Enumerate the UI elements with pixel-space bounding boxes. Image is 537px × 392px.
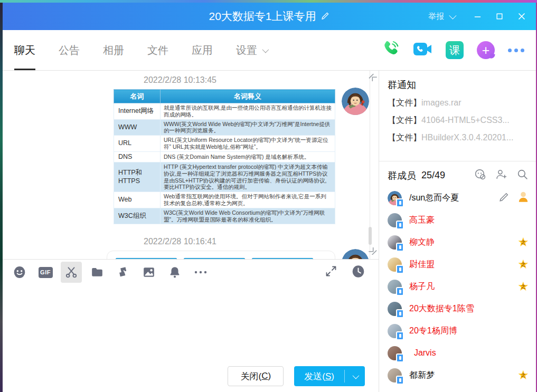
member-trailing-icons: [498, 190, 530, 205]
send-image-icon[interactable]: [138, 262, 159, 283]
member-avatar: [388, 235, 402, 250]
member-row[interactable]: 尉佳盟★之: [388, 253, 536, 275]
member-name: 柳文静: [409, 237, 435, 248]
tab-4[interactable]: 文件: [147, 30, 168, 70]
close-chat-button[interactable]: 关闭(C): [228, 366, 284, 386]
star-char: 之: [517, 373, 530, 378]
video-call-icon[interactable]: [413, 41, 432, 60]
send-options-chevron-icon[interactable]: [345, 374, 365, 379]
message-history-icon[interactable]: [352, 265, 365, 280]
mute-member-icon[interactable]: [474, 168, 486, 183]
maximize-button[interactable]: [488, 6, 511, 27]
more-tools-icon[interactable]: [190, 262, 211, 283]
member-name: Jarvis: [409, 348, 436, 358]
add-bubble-icon[interactable]: +: [477, 41, 495, 59]
definition-cell: HTTP (英文Hypertext transfer protocol的缩写) …: [161, 162, 335, 192]
active-star-badge-icon: ★之: [517, 368, 530, 382]
table-header-def: 名词释义: [161, 90, 335, 103]
table-row: HTTP和HTTPSHTTP (英文Hypertext transfer pro…: [114, 162, 335, 192]
message-row-table: 名词 名词释义 Internet网络就是通常所说的互联网,是由一些使用公用语言互…: [3, 88, 379, 224]
edit-nickname-icon[interactable]: [498, 191, 510, 205]
send-button[interactable]: 发送(S): [294, 366, 365, 386]
gif-icon[interactable]: GIF: [35, 262, 56, 283]
close-button[interactable]: [511, 6, 533, 27]
sender-avatar[interactable]: [342, 249, 369, 260]
screenshot-scissors-icon[interactable]: [61, 262, 82, 283]
member-avatar: [388, 191, 402, 205]
more-actions-icon[interactable]: [508, 49, 524, 52]
definition-cell: WWW(英文World Wide Web的缩写)中文译为“万维网”是Intert…: [161, 119, 335, 136]
member-avatar: [388, 346, 402, 360]
tab-label: 相册: [103, 43, 124, 58]
tab-3[interactable]: 相册: [103, 30, 124, 70]
notice-file-name: HBuilderX.3.0.4.20201...: [421, 133, 513, 142]
member-trailing-icons: ★之: [517, 257, 530, 271]
voice-call-icon[interactable]: [381, 40, 400, 61]
standard-button[interactable]: 表现标准: [184, 258, 245, 260]
report-chevron-icon[interactable]: [449, 12, 456, 20]
member-row[interactable]: 20专1杨周博: [388, 320, 536, 342]
chat-scrollbar-thumb[interactable]: [369, 227, 372, 245]
qq-group-chat-window: 20大数据专1上课专用 举报 聊天公告相册文件应: [3, 3, 536, 392]
definition-cell: Web通常指互联网的使用环境。但对于网站制作者来说,它是一系列技术的复合总称,通…: [161, 192, 335, 208]
mobile-online-badge-icon: [396, 331, 404, 340]
notice-tag: 【文件】: [388, 98, 421, 107]
member-name: 杨子凡: [409, 281, 435, 292]
group-members-section: 群成员 25/49: [379, 161, 536, 392]
report-button[interactable]: 举报: [428, 12, 444, 22]
docs-icon[interactable]: [112, 262, 134, 283]
titlebar[interactable]: 20大数据专1上课专用 举报: [3, 3, 536, 30]
notification-bell-icon[interactable]: [164, 262, 185, 283]
minimize-button[interactable]: [466, 6, 488, 27]
term-cell: DNS: [114, 151, 161, 162]
standard-button[interactable]: 结构标准: [116, 258, 177, 260]
search-member-icon[interactable]: [516, 168, 529, 183]
member-name: 20专1杨周博: [409, 326, 457, 337]
member-name: /sun忽而今夏: [409, 193, 459, 204]
table-row: WWWWWW(英文World Wide Web的缩写)中文译为“万维网”是Int…: [114, 119, 335, 136]
message-image-standards[interactable]: 结构标准表现标准行为标准: [107, 251, 335, 260]
tab-label: 设置: [236, 43, 257, 58]
notice-item[interactable]: 【文件】HBuilderX.3.0.4.20201...: [388, 132, 530, 144]
message-list[interactable]: 2022/2/28 10:13:45 名词 名词释义 Internet网络就是通…: [3, 71, 379, 260]
member-trailing-icons: ★之: [517, 368, 530, 382]
emoji-icon[interactable]: [9, 262, 30, 283]
sender-avatar[interactable]: [342, 88, 369, 115]
active-star-badge-icon: ★之: [517, 280, 530, 293]
active-star-badge-icon: ★之: [517, 235, 530, 249]
member-row[interactable]: 高玉豪: [388, 209, 536, 231]
mobile-online-badge-icon: [396, 243, 404, 252]
message-image-table[interactable]: 名词 名词释义 Internet网络就是通常所说的互联网,是由一些使用公用语言互…: [114, 89, 335, 224]
group-title: 20大数据专1上课专用: [209, 9, 316, 24]
group-notices-title: 群通知: [388, 79, 530, 91]
edit-title-icon[interactable]: [321, 10, 330, 23]
member-row[interactable]: 柳文静★之: [388, 231, 536, 253]
table-row: URLURL(英文Uniform Resource Locator的缩写)中文译…: [114, 136, 335, 152]
expand-input-icon[interactable]: [325, 265, 337, 279]
send-file-folder-icon[interactable]: [87, 262, 108, 283]
notice-item[interactable]: 【文件】41064-HTML5+CSS3...: [388, 115, 530, 126]
member-row[interactable]: Jarvis: [388, 342, 536, 364]
tab-5[interactable]: 应用: [192, 30, 213, 70]
message-input[interactable]: 关闭(C) 发送(S): [3, 285, 379, 392]
member-row[interactable]: 都新梦★之: [388, 364, 536, 386]
course-icon[interactable]: 课: [446, 41, 464, 59]
member-row[interactable]: 20大数据专1陈雪: [388, 298, 536, 320]
jump-to-top-icon[interactable]: [369, 74, 377, 83]
tab-6[interactable]: 设置: [236, 30, 267, 70]
tab-1[interactable]: 聊天: [14, 30, 35, 70]
jump-to-latest-icon[interactable]: [369, 247, 377, 257]
notice-item[interactable]: 【文件】images.rar: [388, 98, 530, 109]
member-row[interactable]: /sun忽而今夏: [388, 187, 536, 209]
tab-2[interactable]: 公告: [59, 30, 80, 70]
tab-label: 公告: [59, 43, 80, 58]
standard-button[interactable]: 行为标准: [252, 258, 313, 260]
table-row: Internet网络就是通常所说的互联网,是由一些使用公用语言互相通信的计算机连…: [114, 103, 335, 120]
add-member-icon[interactable]: [495, 168, 507, 183]
active-star-badge-icon: ★之: [517, 257, 530, 271]
term-cell: Internet网络: [114, 103, 161, 120]
settings-chevron-icon[interactable]: [262, 46, 269, 53]
member-name: 都新梦: [409, 370, 435, 381]
group-notices-section: 群通知 【文件】images.rar【文件】41064-HTML5+CSS3..…: [379, 71, 536, 161]
member-row[interactable]: 杨子凡★之: [388, 275, 536, 298]
